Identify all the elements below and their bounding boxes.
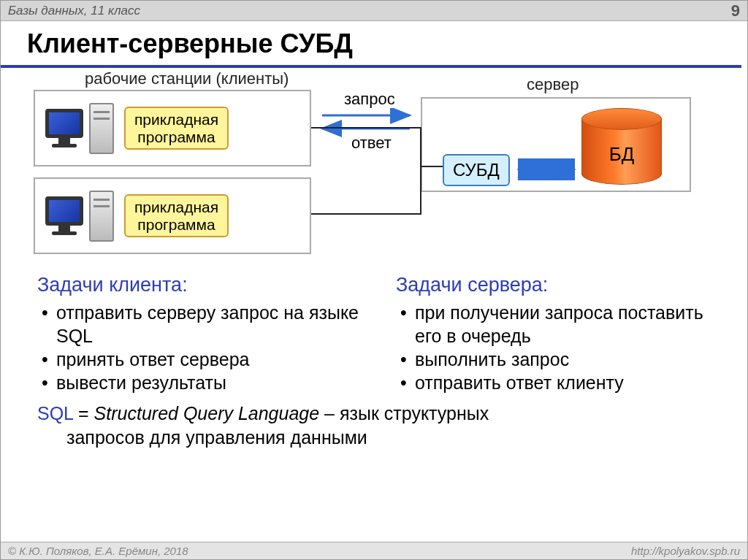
client-tasks-list: отправить серверу запрос на языке SQL пр…	[37, 301, 367, 394]
page-title: Клиент-серверные СУБД	[1, 21, 741, 68]
server-tasks-list: при получении запроса поставить его в оч…	[396, 301, 725, 394]
list-item: принять ответ сервера	[56, 348, 367, 371]
server-group-label: сервер	[527, 75, 579, 94]
client-tasks: Задачи клиента: отправить серверу запрос…	[37, 274, 367, 394]
breadcrumb: Базы данных, 11 класс	[8, 4, 140, 18]
dbms-box: СУБД	[443, 154, 510, 186]
monitor-icon	[42, 196, 86, 235]
monitor-icon	[42, 109, 86, 147]
client-workstation-2: прикладная программа	[34, 177, 311, 254]
tasks-columns: Задачи клиента: отправить серверу запрос…	[1, 272, 747, 394]
sql-english: Structured Query Language	[94, 403, 320, 423]
client-tasks-title: Задачи клиента:	[37, 274, 367, 296]
clients-group-label: рабочие станции (клиенты)	[85, 69, 289, 88]
slide-header: Базы данных, 11 класс 9	[1, 1, 747, 21]
tower-icon	[89, 191, 114, 242]
page-number: 9	[731, 1, 740, 20]
client-workstation-1: прикладная программа	[34, 90, 311, 166]
sql-keyword: SQL	[37, 403, 73, 423]
application-box: прикладная программа	[124, 107, 229, 149]
response-label: ответ	[351, 134, 392, 153]
database-cylinder-icon: БД	[581, 108, 662, 188]
application-box: прикладная программа	[124, 194, 229, 237]
list-item: выполнить запрос	[415, 348, 725, 371]
tower-icon	[89, 103, 114, 154]
list-item: при получении запроса поставить его в оч…	[415, 301, 725, 348]
list-item: отправить ответ клиенту	[415, 371, 725, 394]
server-tasks: Задачи сервера: при получении запроса по…	[396, 274, 725, 394]
footer-url: http://kpolyakov.spb.ru	[631, 545, 740, 557]
architecture-diagram: рабочие станции (клиенты) прикладная про…	[15, 68, 747, 272]
request-response-arrows	[311, 108, 421, 137]
list-item: отправить серверу запрос на языке SQL	[56, 301, 367, 348]
request-label: запрос	[344, 90, 395, 109]
sql-definition: SQL = Structured Query Language – язык с…	[1, 394, 747, 449]
copyright: © К.Ю. Поляков, Е.А. Ерёмин, 2018	[8, 545, 188, 557]
slide-footer: © К.Ю. Поляков, Е.А. Ерёмин, 2018 http:/…	[1, 542, 747, 559]
list-item: вывести результаты	[56, 371, 367, 394]
server-tasks-title: Задачи сервера:	[396, 274, 725, 296]
